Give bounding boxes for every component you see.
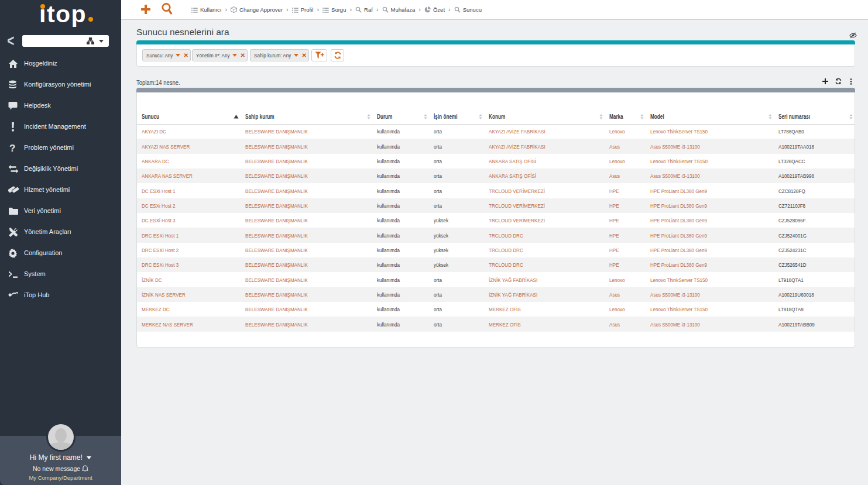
svg-text:?: ? <box>9 143 15 153</box>
